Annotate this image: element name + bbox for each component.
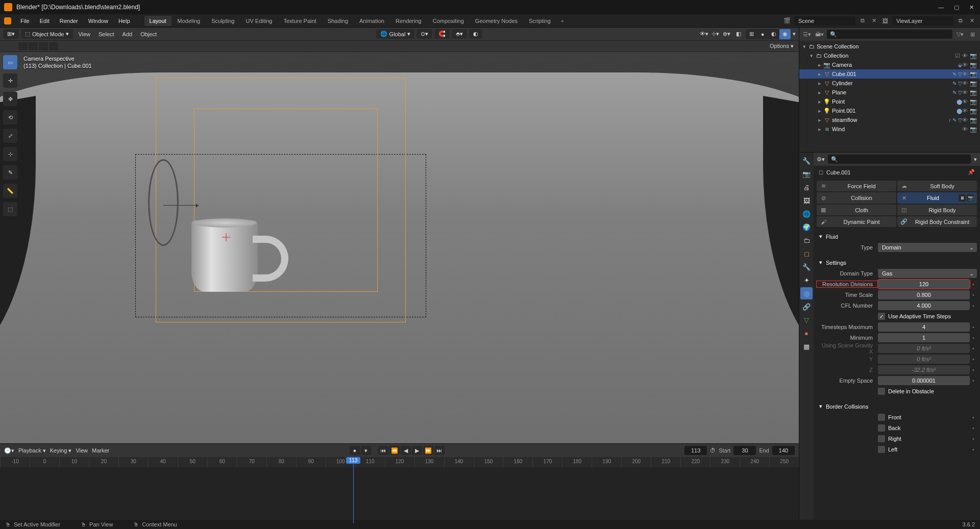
render-icon[interactable]: 📷 <box>970 71 977 78</box>
pin-icon[interactable]: 📌 <box>968 169 975 175</box>
tab-geometry-nodes[interactable]: Geometry Nodes <box>470 16 523 26</box>
render-icon[interactable]: 📷 <box>970 53 977 59</box>
outliner-editor-icon[interactable]: ☰▾ <box>802 30 812 39</box>
overlays-toggle[interactable]: ⊕▾ <box>721 29 731 39</box>
render-icon[interactable]: 📷 <box>970 62 977 68</box>
collection-checkbox-icon[interactable]: ☑ <box>955 53 960 59</box>
jump-keyframe-back[interactable]: ⏪ <box>389 446 400 455</box>
border-collisions-header[interactable]: ▾Border Collisions <box>817 401 977 412</box>
orientation-selector[interactable]: 🌐 Global ▾ <box>376 29 415 39</box>
timeline-tick[interactable]: 190 <box>592 457 621 467</box>
add-menu[interactable]: Add <box>119 30 136 39</box>
outliner-item[interactable]: ▸≋Wind👁📷 <box>799 124 980 134</box>
border-right-checkbox[interactable] <box>878 435 885 442</box>
outliner-collection[interactable]: ▾🗀 Collection ☑👁📷 <box>799 51 980 60</box>
timeline-tick[interactable]: 160 <box>503 457 532 467</box>
timesteps-max-field[interactable]: 4 <box>878 322 970 332</box>
scene-delete-icon[interactable]: ✕ <box>870 17 878 25</box>
keyframe-dot[interactable]: • <box>970 446 977 452</box>
eye-icon[interactable]: 👁 <box>962 117 968 123</box>
timeline-tick[interactable]: 80 <box>266 457 296 467</box>
resolution-divisions-field[interactable]: 120 <box>878 280 970 289</box>
timeline-tick[interactable]: 50 <box>178 457 207 467</box>
border-front-checkbox[interactable] <box>878 414 885 421</box>
maximize-button[interactable]: ▢ <box>954 4 959 11</box>
tab-scene[interactable]: 🌐 <box>800 208 813 220</box>
timeline-tick[interactable]: 40 <box>148 457 178 467</box>
tab-viewlayer[interactable]: 🖼 <box>800 194 813 207</box>
tab-render[interactable]: 📷 <box>800 168 813 180</box>
play-reverse[interactable]: ◀ <box>401 446 411 455</box>
keying-menu[interactable]: Keying ▾ <box>50 447 72 454</box>
disclosure-icon[interactable]: ▸ <box>817 108 823 114</box>
timeline-tick[interactable]: 180 <box>562 457 592 467</box>
physics-fluid[interactable]: ✕Fluid🖥📷 <box>897 192 977 204</box>
pivot-selector[interactable]: ⊙▾ <box>416 29 432 39</box>
props-editor-icon[interactable]: ⚙▾ <box>817 156 825 163</box>
timeline-tick[interactable]: -10 <box>0 457 30 467</box>
outliner-item[interactable]: ▸▽Cube.001✎ ▽👁📷 <box>799 69 980 79</box>
outliner-filter[interactable]: ▽▾ <box>955 30 965 39</box>
jump-start[interactable]: ⏮ <box>378 446 388 455</box>
monitor-icon[interactable]: 🖥 <box>959 194 966 201</box>
scene-new-icon[interactable]: ⧉ <box>859 17 867 25</box>
timeline-body[interactable] <box>0 467 799 520</box>
tool-annotate[interactable]: ✎ <box>3 165 17 180</box>
outliner-new-collection[interactable]: ⊞ <box>968 30 977 39</box>
playhead[interactable] <box>353 457 354 523</box>
autokey-options[interactable]: ▾ <box>361 446 371 455</box>
jump-keyframe-fwd[interactable]: ⏩ <box>423 446 433 455</box>
render-icon[interactable]: 📷 <box>970 117 977 123</box>
tab-data[interactable]: ▽ <box>800 314 813 326</box>
tab-output[interactable]: 🖨 <box>800 181 813 193</box>
tab-scripting[interactable]: Scripting <box>524 16 556 26</box>
outliner-item[interactable]: ▸💡Point.001⬤👁📷 <box>799 106 980 115</box>
timeline-tick[interactable]: 220 <box>680 457 710 467</box>
render-icon[interactable]: 📷 <box>970 126 977 133</box>
shading-rendered[interactable]: ◉ <box>779 29 791 39</box>
close-button[interactable]: ✕ <box>969 4 974 11</box>
timeline-tick[interactable]: 240 <box>740 457 769 467</box>
keyframe-dot[interactable]: • <box>970 425 977 431</box>
shading-material[interactable]: ◐ <box>768 29 779 39</box>
tab-object[interactable]: ◻ <box>800 247 813 260</box>
tool-rotate[interactable]: ⟲ <box>3 110 17 124</box>
tab-particles[interactable]: ✦ <box>800 274 813 286</box>
play[interactable]: ▶ <box>412 446 422 455</box>
scene-browse-icon[interactable]: 🎬 <box>783 17 791 25</box>
tool-transform[interactable]: ⊹ <box>3 147 17 161</box>
physics-cloth[interactable]: ▦Cloth <box>817 205 896 215</box>
keyframe-dot[interactable]: • <box>970 324 977 330</box>
scene-selector[interactable]: Scene <box>794 16 855 26</box>
timesteps-min-field[interactable]: 1 <box>878 333 970 342</box>
tab-layout[interactable]: Layout <box>144 16 172 26</box>
eye-icon[interactable]: 👁 <box>962 89 968 96</box>
visibility-toggle[interactable]: 👁▾ <box>699 29 709 39</box>
menu-edit[interactable]: Edit <box>36 16 54 26</box>
select-mode-2[interactable] <box>29 42 38 51</box>
adaptive-timesteps-checkbox[interactable] <box>878 313 885 320</box>
timeline-tick[interactable]: 70 <box>237 457 266 467</box>
eye-icon[interactable]: 👁 <box>962 53 968 59</box>
tab-material[interactable]: ● <box>800 327 813 339</box>
physics-rigid-body[interactable]: ◫Rigid Body <box>897 205 977 215</box>
viewlayer-browse-icon[interactable]: 🖼 <box>881 17 889 25</box>
menu-render[interactable]: Render <box>56 16 82 26</box>
minimize-button[interactable]: — <box>938 4 944 11</box>
viewlayer-new-icon[interactable]: ⧉ <box>957 17 965 25</box>
render-icon[interactable]: 📷 <box>970 80 977 87</box>
xray-toggle[interactable]: ◧ <box>733 29 744 39</box>
viewlayer-delete-icon[interactable]: ✕ <box>968 17 976 25</box>
physics-collision[interactable]: ⊘Collision <box>817 192 896 204</box>
tab-world[interactable]: 🌍 <box>800 221 813 233</box>
tool-measure[interactable]: 📏 <box>3 184 17 198</box>
current-frame-field[interactable]: 113 <box>684 446 707 455</box>
jump-end[interactable]: ⏭ <box>434 446 445 455</box>
outliner-display-mode[interactable]: 🏔▾ <box>815 30 824 39</box>
timeline-tick[interactable]: 90 <box>296 457 326 467</box>
tab-modeling[interactable]: Modeling <box>173 16 206 26</box>
tab-compositing[interactable]: Compositing <box>428 16 469 26</box>
timeline-tick[interactable]: 120 <box>385 457 414 467</box>
timeline-tick[interactable]: 230 <box>710 457 740 467</box>
tab-constraints[interactable]: 🔗 <box>800 300 813 313</box>
